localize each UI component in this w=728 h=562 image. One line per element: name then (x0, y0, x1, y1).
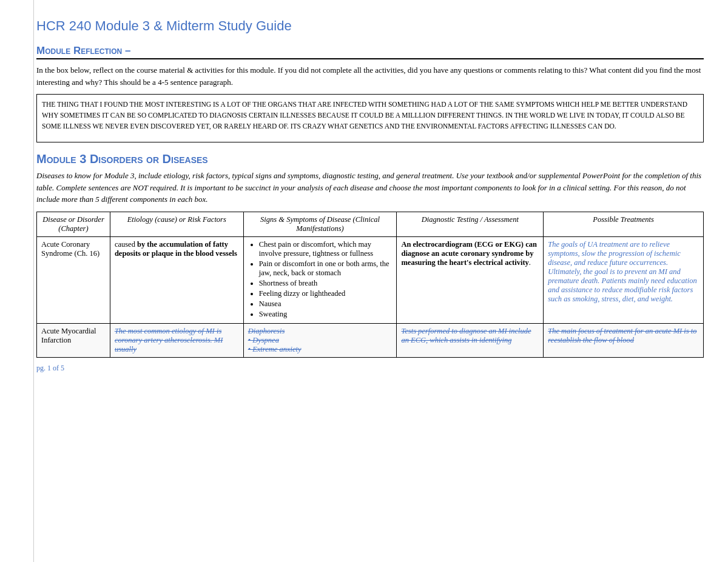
col-header-etiology: Etiology (cause) or Risk Factors (110, 212, 243, 236)
col-header-signs: Signs & Symptoms of Disease (Clinical Ma… (243, 212, 397, 236)
table-row: Acute Coronary Syndrome (Ch. 16) caused … (37, 236, 704, 323)
module-reflection-heading: Module Reflection – (36, 45, 704, 59)
treatment-cell: The main focus of treatment for an acute… (544, 323, 704, 357)
disease-cell: Acute Coronary Syndrome (Ch. 16) (37, 236, 110, 323)
module-reflection-section: Module Reflection – In the box below, re… (36, 45, 704, 142)
disease-cell: Acute Myocardial Infarction (37, 323, 110, 357)
diagnostic-cell: Tests performed to diagnose an MI includ… (397, 323, 544, 357)
page-title: HCR 240 Module 3 & Midterm Study Guide (36, 18, 704, 34)
signs-cell: Diaphoresis • Dyspnea • Extreme anxiety (243, 323, 397, 357)
module-reflection-intro: In the box below, reflect on the course … (36, 64, 704, 88)
module3-intro: Diseases to know for Module 3, include e… (36, 170, 704, 206)
footer: pg. 1 of 5 (36, 364, 704, 373)
reflection-box: THE THING THAT I FOUND THE MOST INTEREST… (36, 94, 704, 142)
module3-section: Module 3 Disorders or Diseases Diseases … (36, 152, 704, 358)
col-header-treatment: Possible Treatments (544, 212, 704, 236)
etiology-cell: The most common etiology of MI is corona… (110, 323, 243, 357)
signs-cell: Chest pain or discomfort, which may invo… (243, 236, 397, 323)
etiology-cell: caused by the accumulation of fatty depo… (110, 236, 243, 323)
diagnostic-cell: An electrocardiogram (ECG or EKG) can di… (397, 236, 544, 323)
treatment-cell: The goals of UA treatment are to relieve… (544, 236, 704, 323)
diseases-table: Disease or Disorder (Chapter) Etiology (… (36, 212, 704, 358)
col-header-diagnostic: Diagnostic Testing / Assessment (397, 212, 544, 236)
table-row: Acute Myocardial Infarction The most com… (37, 323, 704, 357)
module3-heading: Module 3 Disorders or Diseases (36, 152, 704, 166)
col-header-disease: Disease or Disorder (Chapter) (37, 212, 110, 236)
